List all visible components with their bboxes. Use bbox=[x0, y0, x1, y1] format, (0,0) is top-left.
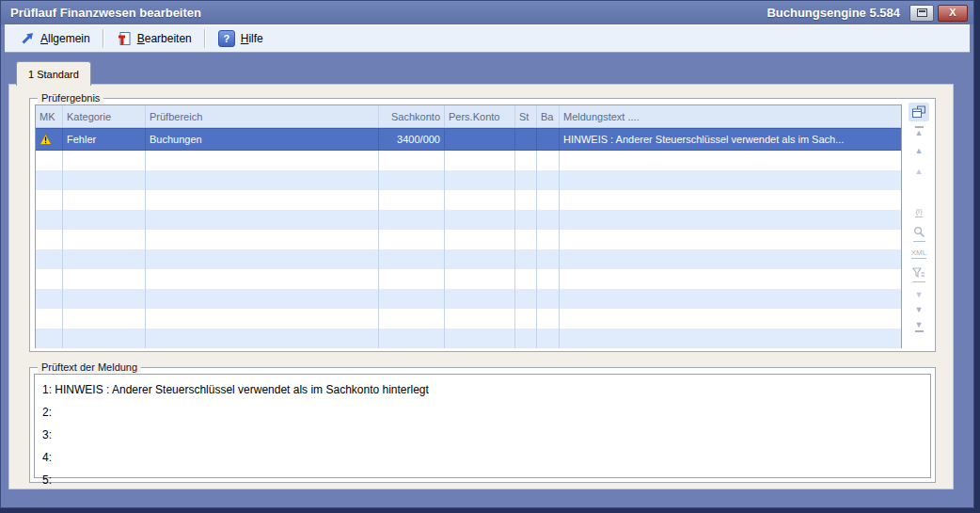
ba-cell bbox=[537, 289, 560, 309]
table-row-empty[interactable] bbox=[36, 329, 901, 348]
engine-version-label: Buchungsengine 5.584 bbox=[767, 6, 900, 20]
pruefbereich-cell bbox=[146, 230, 379, 249]
sachkonto-cell bbox=[379, 230, 445, 249]
pruefbereich-cell bbox=[146, 269, 379, 289]
filter-button[interactable] bbox=[907, 267, 931, 282]
xml-button[interactable]: XML bbox=[907, 249, 931, 259]
mk-cell bbox=[36, 190, 63, 210]
meldungstext-cell bbox=[560, 269, 901, 289]
meldungstext-cell: HINWEIS : Anderer Steuerschlüssel verwen… bbox=[560, 129, 901, 150]
arrow-down-icon: ▼ bbox=[915, 306, 924, 314]
table-side-toolbar: ▲ ▲ ▲ (l) bbox=[907, 103, 931, 344]
perskonto-cell bbox=[445, 289, 515, 309]
restore-button[interactable] bbox=[909, 5, 934, 22]
main-toolbar: Allgemein Bearbeiten ? Hilfe bbox=[5, 24, 970, 53]
pruefbereich-cell bbox=[146, 170, 379, 190]
pruefbereich-cell bbox=[146, 249, 379, 269]
ba-cell bbox=[537, 170, 560, 190]
table-row-empty[interactable] bbox=[36, 170, 901, 190]
brackets-button[interactable]: (l) bbox=[907, 208, 931, 217]
ba-cell bbox=[537, 151, 560, 170]
page-up-button[interactable]: ▲ bbox=[907, 168, 931, 176]
message-text-area[interactable]: 1: HINWEIS : Anderer Steuerschlüssel ver… bbox=[34, 374, 931, 478]
table-row-selected[interactable]: Fehler Buchungen 3400/000 HINWEIS : Ande… bbox=[36, 128, 901, 151]
perskonto-cell bbox=[445, 170, 515, 190]
bearbeiten-label: Bearbeiten bbox=[137, 32, 192, 45]
col-header-perskonto[interactable]: Pers.Konto bbox=[445, 105, 515, 127]
mk-cell bbox=[36, 129, 63, 150]
mk-cell bbox=[36, 309, 63, 329]
sachkonto-cell: 3400/000 bbox=[379, 129, 445, 150]
mk-cell bbox=[36, 151, 63, 170]
kategorie-cell bbox=[63, 210, 146, 230]
arrow-up-light-icon: ▲ bbox=[915, 168, 924, 176]
scroll-to-bottom-button[interactable]: ▼ bbox=[907, 321, 931, 332]
search-button[interactable] bbox=[907, 226, 931, 242]
allgemein-label: Allgemein bbox=[40, 32, 90, 45]
pruefbereich-cell bbox=[146, 329, 379, 348]
ba-cell bbox=[537, 269, 560, 289]
kategorie-cell bbox=[63, 151, 146, 170]
message-groupbox: Prüftext der Meldung 1: HINWEIS : Andere… bbox=[29, 367, 936, 483]
close-button[interactable]: X bbox=[938, 5, 968, 22]
st-cell bbox=[515, 129, 537, 150]
app-window: Prüflauf Finanzwesen bearbeiten Buchungs… bbox=[0, 0, 974, 508]
perskonto-cell bbox=[445, 210, 515, 230]
perskonto-cell bbox=[445, 249, 515, 269]
perskonto-cell bbox=[445, 309, 515, 329]
st-cell bbox=[515, 230, 537, 249]
kategorie-cell bbox=[63, 269, 146, 289]
col-header-st[interactable]: St bbox=[515, 105, 537, 127]
meldungstext-cell bbox=[560, 170, 901, 190]
ba-cell bbox=[537, 329, 560, 348]
st-cell bbox=[515, 289, 537, 309]
sachkonto-cell bbox=[379, 269, 445, 289]
st-cell bbox=[515, 151, 537, 170]
mk-cell bbox=[36, 210, 63, 230]
pruefbereich-cell bbox=[146, 309, 379, 329]
col-header-meldungstext[interactable]: Meldungstext .... bbox=[560, 105, 901, 127]
brackets-icon: (l) bbox=[915, 208, 922, 217]
mk-cell bbox=[36, 269, 63, 289]
xml-icon: XML bbox=[911, 249, 926, 259]
table-row-empty[interactable] bbox=[36, 151, 901, 170]
move-up-button[interactable]: ▲ bbox=[907, 147, 931, 155]
bearbeiten-button[interactable]: Bearbeiten bbox=[111, 28, 198, 49]
hilfe-button[interactable]: ? Hilfe bbox=[213, 27, 269, 50]
st-cell bbox=[515, 210, 537, 230]
table-row-empty[interactable] bbox=[36, 269, 901, 289]
table-header-row[interactable]: MK Kategorie Prüfbereich Sachkonto Pers.… bbox=[36, 105, 901, 128]
perskonto-cell bbox=[445, 329, 515, 348]
col-header-mk[interactable]: MK bbox=[36, 105, 63, 127]
page-down-button[interactable]: ▼ bbox=[907, 291, 931, 299]
st-cell bbox=[515, 329, 537, 348]
kategorie-cell bbox=[63, 190, 146, 210]
table-row-empty[interactable] bbox=[36, 249, 901, 269]
table-row-empty[interactable] bbox=[36, 289, 901, 309]
col-header-ba[interactable]: Ba bbox=[537, 105, 560, 127]
result-groupbox: Prüfergebnis MK Kategorie Prüfbereich Sa… bbox=[29, 98, 936, 352]
scroll-bottom-icon: ▼ bbox=[915, 321, 924, 332]
meldungstext-cell bbox=[560, 309, 901, 329]
sachkonto-cell bbox=[379, 329, 445, 348]
table-row-empty[interactable] bbox=[36, 190, 901, 210]
pruefbereich-cell bbox=[146, 151, 379, 170]
tab-standard[interactable]: 1 Standard bbox=[16, 61, 91, 86]
title-bar[interactable]: Prüflauf Finanzwesen bearbeiten Buchungs… bbox=[1, 1, 973, 24]
ba-cell bbox=[537, 210, 560, 230]
move-down-button[interactable]: ▼ bbox=[907, 306, 931, 314]
sachkonto-cell bbox=[379, 170, 445, 190]
col-header-sachkonto[interactable]: Sachkonto bbox=[379, 105, 445, 127]
column-options-icon bbox=[911, 105, 926, 119]
col-header-pruefbereich[interactable]: Prüfbereich bbox=[146, 105, 379, 127]
table-row-empty[interactable] bbox=[36, 309, 901, 329]
scroll-to-top-button[interactable]: ▲ bbox=[907, 126, 931, 137]
allgemein-button[interactable]: Allgemein bbox=[14, 28, 96, 49]
mk-cell bbox=[36, 170, 63, 190]
table-row-empty[interactable] bbox=[36, 230, 901, 249]
column-options-button[interactable] bbox=[909, 103, 929, 121]
col-header-kategorie[interactable]: Kategorie bbox=[63, 105, 146, 127]
table-row-empty[interactable] bbox=[36, 210, 901, 230]
sachkonto-cell bbox=[379, 151, 445, 170]
mk-cell bbox=[36, 329, 63, 348]
